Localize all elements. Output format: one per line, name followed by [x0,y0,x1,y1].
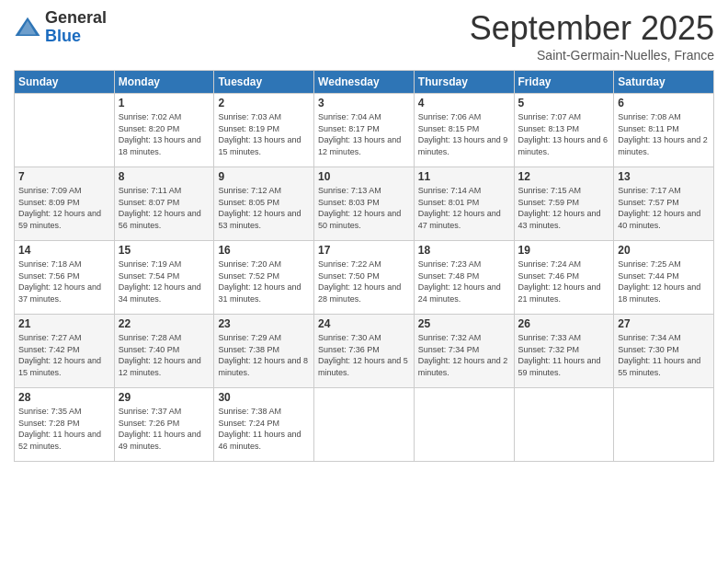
day-info: Sunrise: 7:35 AMSunset: 7:28 PMDaylight:… [18,406,110,452]
weekday-header: Wednesday [314,71,415,94]
day-info: Sunrise: 7:02 AMSunset: 8:20 PMDaylight:… [119,111,210,157]
logo-blue: Blue [45,28,107,46]
day-number: 18 [418,244,510,257]
day-number: 7 [18,170,110,183]
day-info: Sunrise: 7:30 AMSunset: 7:36 PMDaylight:… [318,332,410,378]
day-number: 20 [618,244,710,257]
calendar: SundayMondayTuesdayWednesdayThursdayFrid… [14,70,714,462]
calendar-cell: 21Sunrise: 7:27 AMSunset: 7:42 PMDayligh… [15,315,115,388]
day-info: Sunrise: 7:11 AMSunset: 8:07 PMDaylight:… [119,185,210,231]
title-section: September 2025 Saint-Germain-Nuelles, Fr… [470,9,714,63]
day-info: Sunrise: 7:29 AMSunset: 7:38 PMDaylight:… [218,332,310,378]
calendar-cell: 24Sunrise: 7:30 AMSunset: 7:36 PMDayligh… [314,315,415,388]
calendar-cell [314,388,415,462]
day-number: 16 [218,244,310,257]
day-number: 10 [318,170,410,183]
calendar-week-row: 14Sunrise: 7:18 AMSunset: 7:56 PMDayligh… [15,241,714,315]
day-info: Sunrise: 7:17 AMSunset: 7:57 PMDaylight:… [618,185,710,231]
logo-icon [14,14,41,41]
weekday-header: Thursday [414,71,514,94]
calendar-cell [15,94,115,167]
day-number: 14 [18,244,110,257]
calendar-week-row: 7Sunrise: 7:09 AMSunset: 8:09 PMDaylight… [15,167,714,241]
day-number: 3 [318,97,410,109]
day-info: Sunrise: 7:15 AMSunset: 7:59 PMDaylight:… [518,185,610,231]
calendar-cell: 11Sunrise: 7:14 AMSunset: 8:01 PMDayligh… [414,167,514,241]
page: General Blue September 2025 Saint-Germai… [0,0,728,563]
logo-text: General Blue [45,9,107,46]
calendar-cell: 16Sunrise: 7:20 AMSunset: 7:52 PMDayligh… [214,241,314,315]
day-info: Sunrise: 7:28 AMSunset: 7:40 PMDaylight:… [119,332,210,378]
day-number: 4 [418,97,510,109]
day-number: 15 [119,244,210,257]
day-info: Sunrise: 7:37 AMSunset: 7:26 PMDaylight:… [119,406,210,452]
day-info: Sunrise: 7:25 AMSunset: 7:44 PMDaylight:… [618,259,710,304]
day-info: Sunrise: 7:33 AMSunset: 7:32 PMDaylight:… [518,332,610,378]
day-number: 23 [218,317,310,330]
day-info: Sunrise: 7:23 AMSunset: 7:48 PMDaylight:… [418,259,510,304]
calendar-cell: 14Sunrise: 7:18 AMSunset: 7:56 PMDayligh… [15,241,115,315]
calendar-week-row: 1Sunrise: 7:02 AMSunset: 8:20 PMDaylight… [15,94,714,167]
weekday-header-row: SundayMondayTuesdayWednesdayThursdayFrid… [15,71,714,94]
day-info: Sunrise: 7:12 AMSunset: 8:05 PMDaylight:… [218,185,310,231]
day-info: Sunrise: 7:19 AMSunset: 7:54 PMDaylight:… [119,259,210,304]
calendar-cell: 7Sunrise: 7:09 AMSunset: 8:09 PMDaylight… [15,167,115,241]
day-info: Sunrise: 7:04 AMSunset: 8:17 PMDaylight:… [318,111,410,157]
calendar-cell: 17Sunrise: 7:22 AMSunset: 7:50 PMDayligh… [314,241,415,315]
calendar-cell: 15Sunrise: 7:19 AMSunset: 7:54 PMDayligh… [114,241,214,315]
location: Saint-Germain-Nuelles, France [470,48,714,63]
day-number: 28 [18,391,110,404]
day-number: 17 [318,244,410,257]
logo-general: General [45,9,107,28]
day-info: Sunrise: 7:20 AMSunset: 7:52 PMDaylight:… [218,259,310,304]
day-number: 13 [618,170,710,183]
day-info: Sunrise: 7:27 AMSunset: 7:42 PMDaylight:… [18,332,110,378]
calendar-cell: 25Sunrise: 7:32 AMSunset: 7:34 PMDayligh… [414,315,514,388]
calendar-cell: 26Sunrise: 7:33 AMSunset: 7:32 PMDayligh… [514,315,614,388]
calendar-cell: 30Sunrise: 7:38 AMSunset: 7:24 PMDayligh… [214,388,314,462]
calendar-cell [414,388,514,462]
calendar-cell: 1Sunrise: 7:02 AMSunset: 8:20 PMDaylight… [114,94,214,167]
day-number: 29 [119,391,210,404]
day-number: 24 [318,317,410,330]
day-number: 19 [518,244,610,257]
day-number: 21 [18,317,110,330]
day-number: 12 [518,170,610,183]
calendar-cell: 5Sunrise: 7:07 AMSunset: 8:13 PMDaylight… [514,94,614,167]
day-number: 22 [119,317,210,330]
day-info: Sunrise: 7:06 AMSunset: 8:15 PMDaylight:… [418,111,510,157]
day-info: Sunrise: 7:32 AMSunset: 7:34 PMDaylight:… [418,332,510,378]
day-number: 6 [618,97,710,109]
calendar-cell: 13Sunrise: 7:17 AMSunset: 7:57 PMDayligh… [614,167,714,241]
day-info: Sunrise: 7:03 AMSunset: 8:19 PMDaylight:… [218,111,310,157]
day-number: 2 [218,97,310,109]
day-number: 26 [518,317,610,330]
calendar-cell: 20Sunrise: 7:25 AMSunset: 7:44 PMDayligh… [614,241,714,315]
calendar-cell: 23Sunrise: 7:29 AMSunset: 7:38 PMDayligh… [214,315,314,388]
calendar-cell: 29Sunrise: 7:37 AMSunset: 7:26 PMDayligh… [114,388,214,462]
day-info: Sunrise: 7:09 AMSunset: 8:09 PMDaylight:… [18,185,110,231]
weekday-header: Tuesday [214,71,314,94]
weekday-header: Saturday [614,71,714,94]
calendar-cell: 6Sunrise: 7:08 AMSunset: 8:11 PMDaylight… [614,94,714,167]
day-info: Sunrise: 7:22 AMSunset: 7:50 PMDaylight:… [318,259,410,304]
day-info: Sunrise: 7:38 AMSunset: 7:24 PMDaylight:… [218,406,310,452]
calendar-cell: 9Sunrise: 7:12 AMSunset: 8:05 PMDaylight… [214,167,314,241]
calendar-cell: 4Sunrise: 7:06 AMSunset: 8:15 PMDaylight… [414,94,514,167]
weekday-header: Sunday [15,71,115,94]
day-info: Sunrise: 7:34 AMSunset: 7:30 PMDaylight:… [618,332,710,378]
day-number: 25 [418,317,510,330]
day-number: 11 [418,170,510,183]
weekday-header: Monday [114,71,214,94]
weekday-header: Friday [514,71,614,94]
day-info: Sunrise: 7:14 AMSunset: 8:01 PMDaylight:… [418,185,510,231]
calendar-cell: 19Sunrise: 7:24 AMSunset: 7:46 PMDayligh… [514,241,614,315]
day-number: 9 [218,170,310,183]
calendar-cell: 2Sunrise: 7:03 AMSunset: 8:19 PMDaylight… [214,94,314,167]
day-number: 5 [518,97,610,109]
calendar-week-row: 21Sunrise: 7:27 AMSunset: 7:42 PMDayligh… [15,315,714,388]
month-title: September 2025 [470,9,714,48]
day-number: 27 [618,317,710,330]
day-info: Sunrise: 7:13 AMSunset: 8:03 PMDaylight:… [318,185,410,231]
day-number: 30 [218,391,310,404]
